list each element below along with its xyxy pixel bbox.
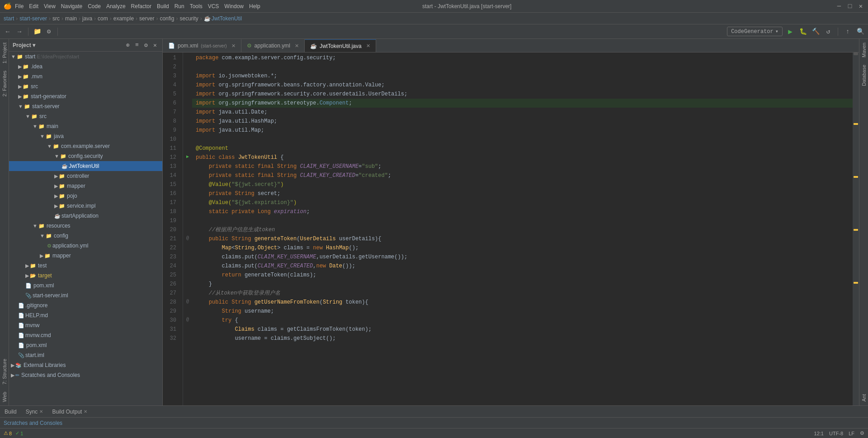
tree-item-start-server-iml[interactable]: 📎 start-server.iml [9, 290, 162, 300]
bottom-tab-build[interactable]: Build [0, 406, 21, 418]
ant-panel-label[interactable]: Ant [860, 390, 868, 405]
tree-item-config-security[interactable]: ▼ 📁 config.security [9, 151, 162, 161]
editor-scrollbar[interactable] [853, 52, 859, 405]
tree-item-scratches[interactable]: ▶ ✏ Scratches and Consoles [9, 370, 162, 380]
maximize-button[interactable]: □ [846, 3, 854, 10]
locate-file-button[interactable]: ⊕ [124, 42, 132, 49]
scroll-thumb[interactable] [854, 52, 858, 55]
database-panel-label[interactable]: Database [860, 61, 868, 90]
minimize-button[interactable]: ─ [835, 3, 843, 10]
status-line-ending[interactable]: LF [849, 431, 854, 436]
settings-icon[interactable]: ⚙ [860, 430, 864, 436]
tree-item-external-libraries[interactable]: ▶ 📚 External Libraries [9, 360, 162, 370]
tree-item-gitignore[interactable]: 📄 .gitignore [9, 300, 162, 310]
build-button[interactable]: 🔨 [811, 27, 821, 37]
tree-item-test[interactable]: ▶ 📁 test [9, 261, 162, 271]
breadcrumb-item-java[interactable]: java [82, 15, 92, 22]
tree-item-jwttokenutil[interactable]: ☕ JwtTokenUtil [9, 161, 162, 171]
tree-item-start[interactable]: ▼ 📁 start E:\IdeaProject\start [9, 52, 162, 62]
menu-file[interactable]: File [15, 3, 24, 10]
run-gutter-icon[interactable]: ▶ [186, 154, 189, 159]
run-gutter-icon-28[interactable]: @ [186, 299, 189, 304]
vcs-button[interactable]: ↑ [843, 27, 853, 37]
tree-item-target[interactable]: ▶ 📂 target [9, 271, 162, 281]
bottom-tab-sync[interactable]: Sync ✕ [21, 406, 48, 418]
tree-item-mapper2[interactable]: ▶ 📁 mapper [9, 251, 162, 261]
status-encoding[interactable]: UTF-8 [829, 431, 843, 436]
breadcrumb-item-main[interactable]: main [65, 15, 77, 22]
forward-button[interactable]: → [14, 27, 24, 37]
tree-item-application-yml[interactable]: ⚙ application.yml [9, 241, 162, 251]
tab-pom-close[interactable]: ✕ [231, 43, 236, 49]
scratches-label[interactable]: Scratches and Consoles [4, 420, 62, 426]
breadcrumb-item-server[interactable]: server [139, 15, 154, 22]
tree-item-help-md[interactable]: 📄 HELP.md [9, 310, 162, 320]
breadcrumb-item-com[interactable]: com [98, 15, 108, 22]
menu-bar[interactable]: File Edit View Navigate Code Analyze Ref… [15, 3, 260, 10]
sidebar-label-web[interactable]: Web [1, 388, 8, 405]
tree-item-main[interactable]: ▼ 📁 main [9, 121, 162, 131]
search-everywhere-button[interactable]: 🔍 [855, 27, 865, 37]
build-output-close[interactable]: ✕ [84, 409, 87, 414]
menu-help[interactable]: Help [249, 3, 260, 10]
tree-item-pom-xml2[interactable]: 📄 pom.xml [9, 340, 162, 350]
menu-view[interactable]: View [44, 3, 56, 10]
tab-application-yml[interactable]: ⚙ application.yml ✕ [241, 39, 305, 52]
breadcrumb-item-example[interactable]: example [113, 15, 134, 22]
tree-item-startapplication[interactable]: ☕ startApplication [9, 211, 162, 221]
debug-button[interactable]: 🐛 [798, 27, 808, 37]
tree-item-config2[interactable]: ▼ 📁 config [9, 231, 162, 241]
sidebar-label-project[interactable]: 1: Project [1, 39, 8, 67]
tree-item-mvnw[interactable]: 📄 mvnw [9, 320, 162, 330]
tree-item-pom-xml[interactable]: 📄 pom.xml [9, 281, 162, 290]
code-generator-button[interactable]: CodeGenerator ▾ [727, 27, 783, 36]
tree-item-start-generator[interactable]: ▶ 📁 start-generator [9, 91, 162, 101]
tree-item-mvn[interactable]: ▶ 📁 .mvn [9, 71, 162, 81]
tree-item-src2[interactable]: ▼ 📁 src [9, 111, 162, 121]
menu-vcs[interactable]: VCS [208, 3, 219, 10]
window-controls[interactable]: ─ □ ✕ [835, 3, 864, 10]
menu-run[interactable]: Run [175, 3, 184, 10]
tab-java-close[interactable]: ✕ [366, 43, 370, 49]
tree-item-mapper[interactable]: ▶ 📁 mapper [9, 181, 162, 191]
tree-item-mvnw-cmd[interactable]: 📄 mvnw.cmd [9, 330, 162, 340]
run-gutter-icon-21[interactable]: @ [186, 236, 189, 241]
tree-item-start-iml[interactable]: 📎 start.iml [9, 350, 162, 360]
menu-window[interactable]: Window [224, 3, 244, 10]
tab-pom-xml[interactable]: 📄 pom.xml (start-server) ✕ [163, 39, 241, 52]
breadcrumb-item-src[interactable]: src [52, 15, 60, 22]
refresh-button[interactable]: ↺ [823, 27, 833, 37]
tree-item-src[interactable]: ▶ 📁 src [9, 81, 162, 91]
tab-jwttokenutil[interactable]: ☕ JwtTokenUtil.java ✕ [305, 39, 376, 52]
sidebar-label-structure[interactable]: 7: Structure [1, 355, 8, 388]
collapse-all-button[interactable]: ≡ [133, 42, 141, 49]
settings-button[interactable]: ⚙ [44, 27, 54, 37]
tab-yml-close[interactable]: ✕ [295, 43, 299, 49]
close-button[interactable]: ✕ [857, 3, 864, 10]
breadcrumb-item-start-server[interactable]: start-server [19, 15, 47, 22]
menu-build[interactable]: Build [157, 3, 169, 10]
recent-files-button[interactable]: 📁 [32, 27, 42, 37]
tree-item-resources[interactable]: ▼ 📁 resources [9, 221, 162, 231]
bottom-tab-build-output[interactable]: Build Output ✕ [47, 406, 92, 418]
run-button[interactable]: ▶ [785, 27, 795, 37]
tree-item-java[interactable]: ▼ 📁 java [9, 131, 162, 141]
breadcrumb-item-file[interactable]: ☕ JwtTokenUtil [204, 15, 242, 22]
menu-edit[interactable]: Edit [29, 3, 38, 10]
breadcrumb-item-security[interactable]: security [179, 15, 198, 22]
code-content[interactable]: package com.example.server.config.securi… [192, 52, 853, 405]
menu-tools[interactable]: Tools [190, 3, 203, 10]
tree-item-com-example[interactable]: ▼ 📁 com.example.server [9, 141, 162, 151]
sync-close[interactable]: ✕ [39, 409, 43, 414]
menu-refactor[interactable]: Refactor [131, 3, 151, 10]
breadcrumb-item-start[interactable]: start [4, 15, 14, 22]
menu-navigate[interactable]: Navigate [61, 3, 82, 10]
menu-analyze[interactable]: Analyze [106, 3, 126, 10]
tree-item-idea[interactable]: ▶ 📁 .idea [9, 62, 162, 71]
tree-item-service-impl[interactable]: ▶ 📁 service.impl [9, 201, 162, 211]
tree-item-controller[interactable]: ▶ 📁 controller [9, 171, 162, 181]
hide-panel-button[interactable]: ✕ [151, 42, 159, 49]
panel-settings-button[interactable]: ⚙ [142, 42, 150, 49]
tree-item-pojo[interactable]: ▶ 📁 pojo [9, 191, 162, 201]
sidebar-label-favorites[interactable]: 2: Favorites [1, 67, 8, 100]
